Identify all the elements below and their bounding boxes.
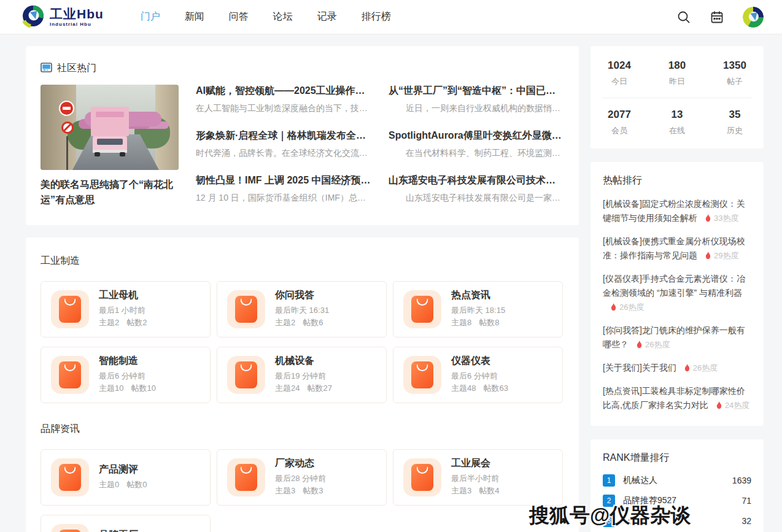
nav-item-forum[interactable]: 论坛 <box>273 10 293 23</box>
scene-no-entry-sign <box>59 101 74 116</box>
nav-item-qa[interactable]: 问答 <box>229 10 249 23</box>
heat-count: 33热度 <box>714 214 738 223</box>
hot-post-item[interactable]: [关于我们]关于我们26热度 <box>603 361 751 376</box>
forum-name[interactable]: 产品测评 <box>99 463 147 476</box>
forum-last-post: 最后6 分钟前 <box>451 370 508 382</box>
nav-item-records[interactable]: 记录 <box>317 10 337 23</box>
heat-count: 26热度 <box>619 303 644 312</box>
article-title[interactable]: 形象焕新·启程全球｜格林凯瑞发布全… <box>196 129 371 142</box>
heat-count: 26热度 <box>693 363 718 372</box>
forum-grid-brand: 产品测评 主题0帖数0 厂家动态 最后28 分钟前 主题3帖数3 <box>41 449 564 532</box>
forum-name[interactable]: 工业展会 <box>451 457 499 470</box>
forum-card-product-review[interactable]: 产品测评 主题0帖数0 <box>41 449 211 506</box>
forum-card-industrial-machine[interactable]: 工业母机 最后1 小时前 主题2帖数2 <box>41 281 211 337</box>
forum-name[interactable]: 厂家动态 <box>275 457 326 470</box>
hot-post-item[interactable]: [热点资讯]工装检具非标定制哪家性价比高,优质厂家排名实力对比24热度 <box>603 384 751 414</box>
forum-name[interactable]: 品牌工厂 <box>99 529 147 532</box>
rank-value: 71 <box>741 496 751 506</box>
forum-name[interactable]: 你问我答 <box>275 289 329 302</box>
forum-name[interactable]: 热点资讯 <box>451 289 505 302</box>
hot-articles-column-2: 从“世界工厂”到“智造中枢”：中国已… 近日，一则来自行业权威机构的数据悄然… … <box>389 85 564 208</box>
nav-item-news[interactable]: 新闻 <box>185 10 204 23</box>
bag-icon <box>227 356 265 394</box>
forum-last-post: 最后半小时前 <box>451 472 499 485</box>
forum-categories-card: 工业制造 工业母机 最后1 小时前 主题2帖数2 你问我答 最后昨天 16:31 <box>26 237 579 532</box>
forum-card-machinery[interactable]: 机械设备 最后19 分钟前 主题24帖数27 <box>217 347 387 403</box>
featured-image[interactable] <box>41 85 179 170</box>
section-title-industrial: 工业制造 <box>41 255 564 268</box>
heat-count: 26热度 <box>645 340 670 349</box>
nav-item-ranking[interactable]: 排行榜 <box>362 10 391 23</box>
forum-name[interactable]: 仪器仪表 <box>451 355 508 368</box>
forum-card-instruments[interactable]: 仪器仪表 最后6 分钟前 主题48帖数63 <box>393 347 563 403</box>
sohu-watermark: 搜狐号@仪器杂谈 <box>529 502 691 530</box>
rank-row[interactable]: 1 机械达人 1639 <box>603 474 751 487</box>
logo-subtitle: Industrial Hbu <box>50 22 104 27</box>
heat-count: 24热度 <box>725 401 749 410</box>
rank-value: 32 <box>741 516 751 526</box>
article-summary: 12 月 10 日，国际货币基金组织（IMF）总裁… <box>196 193 371 204</box>
article-summary: 在人工智能与工业制造深度融合的当下，技术… <box>196 103 371 114</box>
article-title[interactable]: 山东瑶安电子科技发展有限公司技术交… <box>389 174 564 187</box>
rank-value: 1639 <box>732 476 751 485</box>
hot-articles-column-1: AI赋能，智控领航——2025工业操作系… 在人工智能与工业制造深度融合的当下，… <box>196 85 371 208</box>
hot-article[interactable]: 从“世界工厂”到“智造中枢”：中国已… 近日，一则来自行业权威机构的数据悄然… <box>389 85 564 114</box>
forum-card-hot-news[interactable]: 热点资讯 最后昨天 18:15 主题8帖数8 <box>393 281 563 337</box>
hot-article[interactable]: 山东瑶安电子科技发展有限公司技术交… 山东瑶安电子科技发展有限公司是一家获… <box>389 174 564 204</box>
main-nav: 门户 新闻 问答 论坛 记录 排行榜 <box>141 10 391 23</box>
forum-posts: 帖数63 <box>483 384 508 393</box>
calendar-icon[interactable] <box>710 10 724 25</box>
featured-article-title[interactable]: 美的联名马思纯搞了个“南花北运”有点意思 <box>41 177 179 208</box>
forum-posts: 帖数2 <box>126 318 147 327</box>
nav-item-portal[interactable]: 门户 <box>141 10 160 23</box>
scene-truck-windshield <box>97 139 123 145</box>
article-title[interactable]: 从“世界工厂”到“智造中枢”：中国已… <box>389 85 564 98</box>
heat-count: 29热度 <box>714 251 738 260</box>
forum-card-smart-mfg[interactable]: 智能制造 最后6 分钟前 主题10帖数10 <box>41 347 211 403</box>
bag-icon <box>51 524 89 532</box>
forum-card-expo[interactable]: 工业展会 最后半小时前 主题3帖数4 <box>393 449 563 506</box>
hot-post-item[interactable]: [机械设备]固定式粉尘浓度检测仪：关键细节与使用须知全解析33热度 <box>603 197 751 226</box>
forum-name[interactable]: 机械设备 <box>275 355 332 368</box>
stat-today: 1024今日 <box>590 60 648 87</box>
panel-icon <box>41 63 52 75</box>
top-header: 工业Hbu Industrial Hbu 门户 新闻 问答 论坛 记录 排行榜 <box>0 0 782 34</box>
forum-posts: 帖数27 <box>307 384 331 393</box>
forum-topics: 主题3 <box>275 486 295 495</box>
forum-card-brand-factory[interactable]: 品牌工厂 主题0帖数0 <box>41 515 211 532</box>
site-logo[interactable]: 工业Hbu Industrial Hbu <box>21 4 104 30</box>
hot-post-item[interactable]: [你问我答]龙门铣床的维护保养一般有哪些？26热度 <box>603 323 751 353</box>
forum-last-post: 最后昨天 16:31 <box>275 304 329 317</box>
forum-topics: 主题3 <box>451 486 471 495</box>
forum-last-post: 最后19 分钟前 <box>275 370 332 382</box>
featured-article[interactable]: 美的联名马思纯搞了个“南花北运”有点意思 <box>41 85 179 208</box>
logo-title: 工业Hbu <box>50 7 104 20</box>
forum-card-qa[interactable]: 你问我答 最后昨天 16:31 主题2帖数6 <box>217 281 387 337</box>
hot-article[interactable]: 形象焕新·启程全球｜格林凯瑞发布全… 时代奔涌，品牌长青。在全球经济文化交流日… <box>196 129 371 159</box>
community-hot-card: 社区热门 <box>26 46 579 225</box>
forum-name[interactable]: 工业母机 <box>99 289 147 302</box>
article-summary: 山东瑶安电子科技发展有限公司是一家获… <box>389 193 564 204</box>
hot-article[interactable]: SpotlightAurora傅里叶变换红外显微镜… 在当代材料科学、制药工程、… <box>389 129 564 159</box>
hot-article[interactable]: 韧性凸显！IMF 上调 2025 中国经济预期… 12 月 10 日，国际货币基… <box>196 174 371 204</box>
hot-posts-card: 热帖排行 [机械设备]固定式粉尘浓度检测仪：关键细节与使用须知全解析33热度 [… <box>590 162 764 426</box>
user-avatar[interactable] <box>743 7 764 28</box>
forum-card-factory-news[interactable]: 厂家动态 最后28 分钟前 主题3帖数3 <box>217 449 387 506</box>
forum-topics: 主题0 <box>99 480 119 489</box>
bag-icon <box>403 290 441 328</box>
article-summary: 近日，一则来自行业权威机构的数据悄然… <box>389 103 564 114</box>
hot-post-item[interactable]: [机械设备]便携式重金属分析仪现场校准：操作指南与常见问题29热度 <box>603 234 751 264</box>
article-summary: 在当代材料科学、制药工程、环境监测及… <box>389 148 564 159</box>
hot-post-item[interactable]: [仪器仪表]手持式合金元素光谱仪：冶金检测领域的 “加速引擎” 与精准利器26热… <box>603 272 751 315</box>
stat-yesterday: 180昨日 <box>648 60 706 87</box>
article-title[interactable]: AI赋能，智控领航——2025工业操作系… <box>196 85 371 98</box>
article-title[interactable]: SpotlightAurora傅里叶变换红外显微镜… <box>389 129 564 142</box>
forum-name[interactable]: 智能制造 <box>99 355 156 368</box>
search-icon[interactable] <box>676 10 691 25</box>
article-title[interactable]: 韧性凸显！IMF 上调 2025 中国经济预期… <box>196 174 371 187</box>
forum-last-post: 最后28 分钟前 <box>275 472 326 485</box>
hot-article[interactable]: AI赋能，智控领航——2025工业操作系… 在人工智能与工业制造深度融合的当下，… <box>196 85 371 114</box>
bag-icon <box>403 458 441 496</box>
flame-icon <box>636 339 643 353</box>
rank-user-name[interactable]: 机械达人 <box>623 475 727 486</box>
